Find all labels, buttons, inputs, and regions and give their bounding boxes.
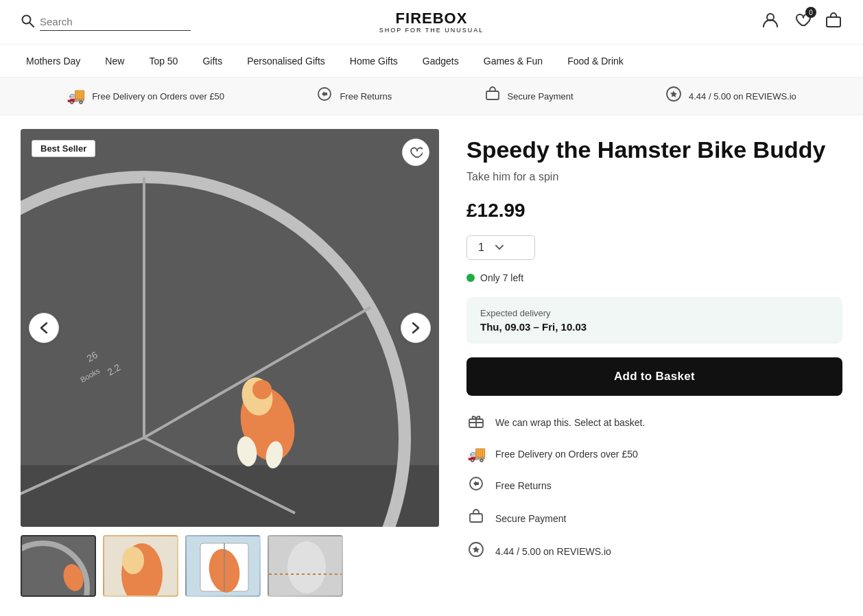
search-icon: [21, 14, 34, 31]
payment-icon: [484, 86, 501, 106]
wishlist-icon[interactable]: 0: [793, 11, 811, 33]
feature-wrap-text: We can wrap this. Select at basket.: [495, 417, 645, 428]
reviews-feature-icon: [466, 541, 486, 562]
header-right: 0: [431, 11, 842, 33]
feature-payment: Secure Payment: [466, 508, 842, 529]
nav-item-food-drink[interactable]: Food & Drink: [555, 45, 636, 77]
header: FIREBOX SHOP FOR THE UNUSUAL 0: [0, 0, 863, 45]
stock-text: Only 7 left: [480, 272, 523, 283]
svg-point-27: [122, 547, 144, 574]
info-payment: Secure Payment: [484, 86, 574, 106]
nav-item-games-fun[interactable]: Games & Fun: [471, 45, 555, 77]
add-to-basket-button[interactable]: Add to Basket: [466, 357, 842, 396]
feature-payment-text: Secure Payment: [495, 513, 567, 524]
feature-delivery: 🚚 Free Delivery on Orders over £50: [466, 445, 842, 463]
image-prev-button[interactable]: [29, 313, 59, 343]
info-returns-text: Free Returns: [340, 91, 392, 102]
returns-icon: [316, 86, 333, 106]
thumbnail-3[interactable]: [185, 535, 261, 597]
nav-item-personalised-gifts[interactable]: Personalised Gifts: [235, 45, 338, 77]
quantity-selector[interactable]: 1: [466, 235, 535, 260]
logo: FIREBOX SHOP FOR THE UNUSUAL: [379, 10, 484, 34]
wishlist-count: 0: [805, 7, 816, 18]
nav-item-top-50[interactable]: Top 50: [137, 45, 190, 77]
feature-delivery-text: Free Delivery on Orders over £50: [495, 449, 638, 460]
nav-item-gifts[interactable]: Gifts: [190, 45, 235, 77]
thumbnail-2[interactable]: [103, 535, 178, 597]
logo-subtitle: SHOP FOR THE UNUSUAL: [379, 27, 484, 34]
main-nav: Mothers Day New Top 50 Gifts Personalise…: [0, 45, 863, 78]
account-icon[interactable]: [761, 11, 779, 33]
nav-item-mothers-day[interactable]: Mothers Day: [14, 45, 93, 77]
feature-returns-text: Free Returns: [495, 480, 552, 491]
image-next-button[interactable]: [401, 313, 431, 343]
quantity-value: 1: [478, 241, 484, 254]
info-reviews: 4.44 / 5.00 on REVIEWS.io: [665, 86, 796, 106]
thumbnail-4[interactable]: [268, 535, 343, 597]
svg-point-33: [287, 541, 326, 593]
info-delivery: 🚚 Free Delivery on Orders over £50: [67, 87, 224, 105]
info-reviews-text: 4.44 / 5.00 on REVIEWS.io: [689, 91, 796, 102]
svg-point-19: [252, 380, 272, 399]
info-bar: 🚚 Free Delivery on Orders over £50 Free …: [0, 78, 863, 115]
reviews-icon: [665, 86, 682, 106]
search-input[interactable]: [40, 13, 191, 31]
logo-text: FIREBOX: [379, 10, 484, 27]
svg-rect-3: [827, 17, 840, 27]
payment-feature-icon: [466, 508, 486, 529]
svg-rect-37: [470, 514, 482, 522]
wishlist-button[interactable]: [402, 139, 429, 166]
feature-list: We can wrap this. Select at basket. 🚚 Fr…: [466, 412, 842, 562]
stock-indicator: [466, 274, 475, 282]
product-title: Speedy the Hamster Bike Buddy: [466, 136, 842, 164]
delivery-box: Expected delivery Thu, 09.03 – Fri, 10.0…: [466, 297, 842, 344]
basket-icon[interactable]: [825, 11, 842, 33]
feature-wrap: We can wrap this. Select at basket.: [466, 412, 842, 433]
feature-reviews-text: 4.44 / 5.00 on REVIEWS.io: [495, 546, 611, 557]
thumbnail-1[interactable]: [21, 535, 96, 597]
nav-item-gadgets[interactable]: Gadgets: [410, 45, 471, 77]
main-image: Best Seller 26 2.2 Books: [21, 129, 439, 527]
nav-item-home-gifts[interactable]: Home Gifts: [338, 45, 410, 77]
gift-wrap-icon: [466, 412, 486, 433]
best-seller-badge: Best Seller: [32, 140, 95, 157]
product-price: £12.99: [466, 200, 842, 222]
thumbnails: [21, 535, 439, 597]
delivery-icon: 🚚: [67, 87, 85, 105]
svg-rect-5: [486, 91, 499, 99]
delivery-feature-icon: 🚚: [466, 445, 486, 463]
delivery-date: Thu, 09.03 – Fri, 10.03: [480, 321, 829, 333]
header-left: [21, 13, 431, 31]
stock-info: Only 7 left: [466, 272, 842, 283]
product-subtitle: Take him for a spin: [466, 171, 842, 183]
svg-rect-8: [21, 465, 439, 527]
info-payment-text: Secure Payment: [508, 91, 574, 102]
nav-item-new[interactable]: New: [93, 45, 137, 77]
delivery-label: Expected delivery: [480, 308, 829, 318]
info-returns: Free Returns: [316, 86, 392, 106]
svg-line-1: [29, 23, 34, 27]
info-delivery-text: Free Delivery on Orders over £50: [92, 91, 224, 102]
feature-returns: Free Returns: [466, 475, 842, 496]
main-content: Best Seller 26 2.2 Books: [0, 115, 863, 611]
returns-feature-icon: [466, 475, 486, 496]
product-detail: Speedy the Hamster Bike Buddy Take him f…: [466, 129, 842, 597]
feature-reviews: 4.44 / 5.00 on REVIEWS.io: [466, 541, 842, 562]
product-images: Best Seller 26 2.2 Books: [21, 129, 439, 597]
